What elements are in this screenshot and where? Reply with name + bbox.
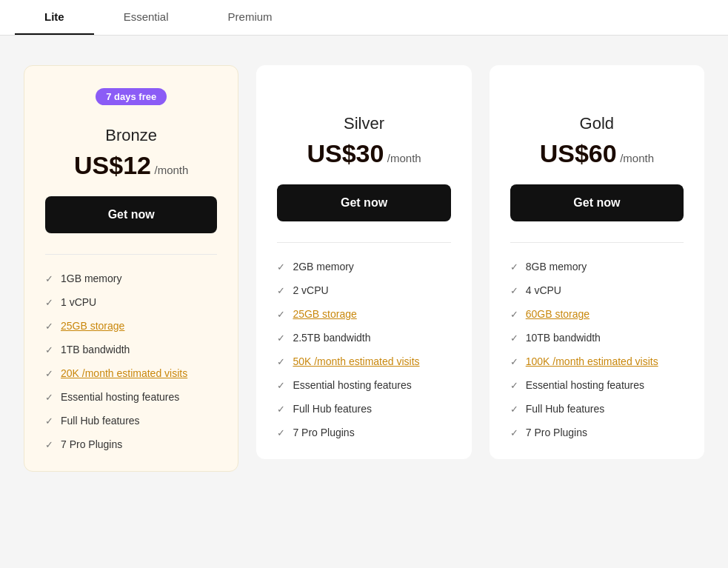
check-icon: ✓ — [510, 261, 518, 273]
get-now-button-gold[interactable]: Get now — [510, 184, 684, 221]
check-icon: ✓ — [45, 415, 53, 427]
feature-item: ✓ 20K /month estimated visits — [45, 367, 217, 379]
check-icon: ✓ — [510, 380, 518, 391]
feature-text: Full Hub features — [526, 403, 605, 415]
feature-text: Essential hosting features — [61, 391, 179, 403]
feature-text: Full Hub features — [61, 415, 140, 427]
feature-item: ✓ Full Hub features — [45, 415, 217, 427]
feature-text: 10TB bandwidth — [526, 332, 601, 344]
feature-text[interactable]: 60GB storage — [526, 308, 590, 320]
check-icon: ✓ — [45, 439, 53, 450]
check-icon: ✓ — [45, 392, 53, 403]
check-icon: ✓ — [45, 273, 53, 284]
feature-text: 2GB memory — [293, 261, 353, 273]
check-icon: ✓ — [277, 380, 285, 391]
get-now-button-bronze[interactable]: Get now — [45, 196, 217, 233]
feature-item: ✓ 4 vCPU — [510, 284, 684, 296]
divider-silver — [277, 242, 450, 243]
plan-amount-bronze: US$12 — [74, 151, 151, 179]
feature-item: ✓ 1GB memory — [45, 273, 217, 284]
feature-text[interactable]: 50K /month estimated visits — [293, 355, 419, 367]
feature-item: ✓ 1TB bandwidth — [45, 344, 217, 355]
feature-text: 2 vCPU — [293, 284, 328, 296]
plans-container: 7 days free Bronze US$12 /month Get now … — [0, 36, 728, 487]
check-icon: ✓ — [277, 333, 285, 344]
check-icon: ✓ — [510, 285, 518, 296]
check-icon: ✓ — [277, 404, 285, 415]
feature-item: ✓ 25GB storage — [277, 308, 450, 320]
feature-text: 1TB bandwidth — [61, 344, 130, 355]
plan-price-bronze: US$12 /month — [45, 151, 217, 180]
feature-item: ✓ 2.5TB bandwidth — [277, 332, 450, 344]
check-icon: ✓ — [510, 404, 518, 415]
feature-text: 7 Pro Plugins — [293, 427, 354, 438]
feature-text: 1 vCPU — [61, 296, 96, 308]
plan-period-bronze: /month — [154, 164, 188, 176]
check-icon: ✓ — [510, 427, 518, 438]
divider-gold — [510, 242, 684, 243]
plan-card-silver: Silver US$30 /month Get now ✓ 2GB memory… — [256, 65, 471, 459]
feature-item: ✓ 100K /month estimated visits — [510, 355, 684, 367]
tab-lite[interactable]: Lite — [15, 0, 94, 35]
check-icon: ✓ — [277, 427, 285, 438]
check-icon: ✓ — [277, 309, 285, 320]
feature-text: 2.5TB bandwidth — [293, 332, 370, 344]
plan-card-gold: Gold US$60 /month Get now ✓ 8GB memory ✓… — [490, 65, 704, 459]
feature-item: ✓ 1 vCPU — [45, 296, 217, 308]
plan-card-bronze: 7 days free Bronze US$12 /month Get now … — [24, 65, 238, 472]
feature-text: Full Hub features — [293, 403, 372, 415]
check-icon: ✓ — [45, 368, 53, 379]
feature-text: 4 vCPU — [526, 284, 561, 296]
feature-item: ✓ 60GB storage — [510, 308, 684, 320]
feature-item: ✓ Full Hub features — [277, 403, 450, 415]
plan-period-gold: /month — [620, 152, 654, 164]
feature-item: ✓ 2 vCPU — [277, 284, 450, 296]
feature-item: ✓ 50K /month estimated visits — [277, 355, 450, 367]
plan-amount-gold: US$60 — [540, 139, 617, 167]
feature-item: ✓ Full Hub features — [510, 403, 684, 415]
check-icon: ✓ — [45, 297, 53, 308]
plan-name-gold: Gold — [510, 114, 684, 133]
get-now-button-silver[interactable]: Get now — [277, 184, 450, 221]
feature-text[interactable]: 100K /month estimated visits — [526, 355, 658, 367]
tab-essential[interactable]: Essential — [94, 0, 198, 35]
feature-text[interactable]: 25GB storage — [61, 320, 124, 332]
feature-item: ✓ Essential hosting features — [277, 379, 450, 391]
feature-text: 7 Pro Plugins — [526, 427, 587, 438]
feature-item: ✓ 25GB storage — [45, 320, 217, 332]
feature-text: 8GB memory — [526, 261, 587, 273]
feature-text: 7 Pro Plugins — [61, 438, 122, 450]
feature-item: ✓ Essential hosting features — [45, 391, 217, 403]
feature-item: ✓ 7 Pro Plugins — [277, 427, 450, 438]
feature-item: ✓ Essential hosting features — [510, 379, 684, 391]
features-list-gold: ✓ 8GB memory ✓ 4 vCPU ✓ 60GB storage ✓ 1… — [510, 261, 684, 438]
feature-item: ✓ 8GB memory — [510, 261, 684, 273]
feature-item: ✓ 2GB memory — [277, 261, 450, 273]
feature-item: ✓ 7 Pro Plugins — [45, 438, 217, 450]
plan-price-silver: US$30 /month — [277, 139, 450, 168]
features-list-bronze: ✓ 1GB memory ✓ 1 vCPU ✓ 25GB storage ✓ 1… — [45, 273, 217, 450]
check-icon: ✓ — [510, 309, 518, 320]
check-icon: ✓ — [45, 344, 53, 355]
feature-text: 1GB memory — [61, 273, 121, 284]
divider-bronze — [45, 254, 217, 255]
feature-text[interactable]: 20K /month estimated visits — [61, 367, 187, 379]
plan-name-silver: Silver — [277, 114, 450, 133]
features-list-silver: ✓ 2GB memory ✓ 2 vCPU ✓ 25GB storage ✓ 2… — [277, 261, 450, 438]
feature-item: ✓ 7 Pro Plugins — [510, 427, 684, 438]
feature-text: Essential hosting features — [293, 379, 411, 391]
check-icon: ✓ — [510, 356, 518, 367]
feature-text: Essential hosting features — [526, 379, 644, 391]
plan-name-bronze: Bronze — [45, 126, 217, 145]
tab-bar: LiteEssentialPremium — [0, 0, 728, 36]
plan-amount-silver: US$30 — [307, 139, 384, 167]
feature-item: ✓ 10TB bandwidth — [510, 332, 684, 344]
check-icon: ✓ — [277, 356, 285, 367]
check-icon: ✓ — [45, 321, 53, 332]
free-badge: 7 days free — [96, 88, 167, 105]
tab-premium[interactable]: Premium — [198, 0, 302, 35]
feature-text[interactable]: 25GB storage — [293, 308, 356, 320]
check-icon: ✓ — [277, 261, 285, 273]
check-icon: ✓ — [277, 285, 285, 296]
plan-period-silver: /month — [387, 152, 421, 164]
